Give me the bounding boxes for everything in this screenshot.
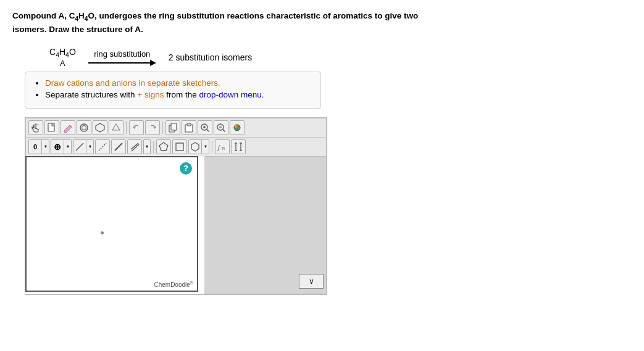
hexagon-dropdown-arrow[interactable]: ▾ bbox=[202, 139, 209, 154]
svg-text:ʃ: ʃ bbox=[217, 144, 221, 152]
separator2 bbox=[162, 122, 163, 134]
compound-letter: A bbox=[60, 59, 65, 68]
svg-rect-10 bbox=[187, 123, 191, 126]
add-sketcher-button[interactable]: ∨ bbox=[299, 274, 324, 289]
svg-point-15 bbox=[238, 125, 240, 127]
question-text: Compound A, C4H4O, undergoes the ring su… bbox=[12, 10, 445, 36]
compound-label: C4H4O A bbox=[49, 47, 76, 68]
bond-dropdown-arrow[interactable]: ▾ bbox=[86, 139, 94, 154]
svg-marker-4 bbox=[112, 124, 120, 130]
undo-button[interactable] bbox=[129, 120, 144, 135]
info-item-2: Separate structures with + signs from th… bbox=[45, 90, 311, 99]
svg-line-18 bbox=[99, 143, 106, 151]
dropdown-link-text[interactable]: drop-down menu. bbox=[199, 90, 264, 99]
sketcher-wrapper: 0 ▾ ⊕ ▾ ▾ bbox=[25, 117, 327, 295]
plus-dropdown[interactable]: ⊕ ▾ bbox=[51, 139, 72, 154]
bond-dropdown[interactable]: ▾ bbox=[73, 139, 94, 154]
solid-bond-button[interactable] bbox=[111, 139, 126, 154]
zoom-out-button[interactable] bbox=[214, 120, 228, 135]
reaction-diagram: C4H4O A ring substitution 2 substitution… bbox=[49, 47, 632, 68]
bond-type-dropdown-arrow[interactable]: ▾ bbox=[143, 139, 151, 154]
charge-dropdown-arrow[interactable]: ▾ bbox=[42, 139, 49, 154]
svg-point-2 bbox=[82, 125, 86, 130]
help-badge[interactable]: ? bbox=[180, 162, 192, 175]
compound-formula: C4H4O bbox=[49, 47, 76, 59]
bracket-button[interactable] bbox=[231, 139, 246, 154]
svg-rect-23 bbox=[176, 143, 183, 151]
arrow-shaft bbox=[88, 62, 150, 64]
sketcher-outer: 0 ▾ ⊕ ▾ ▾ bbox=[25, 117, 327, 295]
separator4 bbox=[212, 141, 212, 153]
ring3-tool-button[interactable] bbox=[109, 120, 123, 135]
toolbar-row1 bbox=[25, 118, 327, 137]
hexagon-dropdown[interactable]: ▾ bbox=[188, 139, 209, 154]
ring-tool-button[interactable] bbox=[77, 120, 91, 135]
svg-point-1 bbox=[80, 124, 88, 131]
double-bond-button[interactable] bbox=[127, 139, 142, 154]
svg-marker-24 bbox=[191, 142, 199, 151]
plus-dropdown-arrow[interactable]: ▾ bbox=[64, 139, 72, 154]
drawing-canvas[interactable]: ? ChemDoodle® bbox=[25, 156, 198, 292]
svg-line-19 bbox=[115, 143, 122, 151]
arrow-line bbox=[88, 60, 156, 66]
pentagon-button[interactable] bbox=[156, 139, 171, 154]
plus-icon[interactable]: ⊕ bbox=[51, 139, 64, 154]
gray-panel: ∨ bbox=[204, 156, 327, 294]
arrow-head bbox=[150, 60, 156, 66]
ring2-tool-button[interactable] bbox=[93, 120, 107, 135]
product-label: 2 substitution isomers bbox=[169, 52, 252, 62]
info-box: Draw cations and anions in separate sket… bbox=[25, 72, 321, 109]
svg-marker-22 bbox=[159, 142, 168, 151]
canvas-dot bbox=[101, 231, 104, 234]
paste-button[interactable] bbox=[182, 120, 196, 135]
separator3 bbox=[153, 141, 154, 153]
dropdown-chevron: ∨ bbox=[309, 277, 314, 286]
add-sketcher-dropdown[interactable]: ∨ bbox=[299, 274, 324, 289]
plus-sign-text: + signs bbox=[137, 90, 164, 99]
arrow-container: ring substitution bbox=[88, 49, 156, 66]
svg-point-16 bbox=[236, 128, 238, 130]
charge-dropdown[interactable]: 0 ▾ bbox=[28, 139, 49, 154]
copy-button[interactable] bbox=[165, 120, 180, 135]
info-item-1: Draw cations and anions in separate sket… bbox=[45, 78, 311, 88]
hexagon-icon[interactable] bbox=[188, 139, 202, 154]
charge-value[interactable]: 0 bbox=[28, 139, 42, 154]
square-button[interactable] bbox=[172, 139, 187, 154]
svg-rect-8 bbox=[171, 123, 177, 130]
bottom-row: ? ChemDoodle® ∨ bbox=[25, 156, 327, 294]
svg-marker-3 bbox=[96, 123, 104, 132]
svg-point-14 bbox=[235, 125, 237, 127]
hand-tool-button[interactable] bbox=[28, 120, 43, 135]
svg-line-17 bbox=[76, 143, 83, 151]
redo-button[interactable] bbox=[145, 120, 160, 135]
separator1 bbox=[126, 122, 127, 134]
info-text-1: Draw cations and anions in separate sket… bbox=[45, 78, 220, 88]
style-button[interactable] bbox=[230, 120, 245, 135]
new-file-button[interactable] bbox=[44, 120, 59, 135]
bond-icon[interactable] bbox=[73, 139, 86, 154]
toolbar-row2: 0 ▾ ⊕ ▾ ▾ bbox=[25, 137, 327, 156]
svg-text:n: n bbox=[222, 145, 225, 151]
arrow-label: ring substitution bbox=[94, 49, 150, 59]
zoom-in-button[interactable] bbox=[198, 120, 212, 135]
eraser-button[interactable] bbox=[61, 120, 75, 135]
jn-button[interactable]: ʃ n bbox=[215, 139, 230, 154]
chemdoodle-label: ChemDoodle® bbox=[154, 281, 193, 288]
info-list: Draw cations and anions in separate sket… bbox=[35, 78, 311, 99]
dashed-bond-button[interactable] bbox=[95, 139, 110, 154]
